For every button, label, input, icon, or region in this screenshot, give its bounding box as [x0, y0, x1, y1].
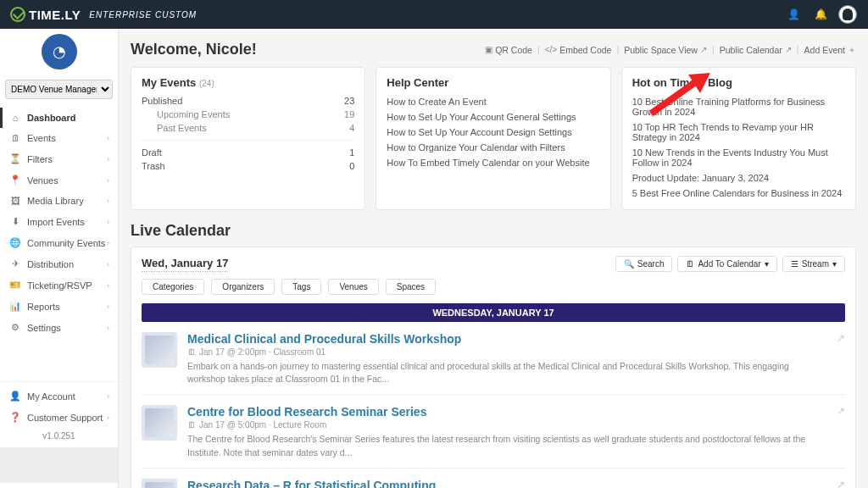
help-center-card: Help Center How to Create An Event How t… — [376, 67, 610, 210]
event-thumbnail — [142, 332, 177, 368]
user-icon: 👤 — [8, 391, 22, 402]
home-icon: ⌂ — [8, 113, 22, 123]
blog-link[interactable]: 10 New Trends in the Events Industry You… — [632, 145, 845, 170]
pin-icon: 📍 — [8, 175, 22, 186]
search-button[interactable]: 🔍Search — [615, 256, 673, 272]
public-calendar-link[interactable]: Public Calendar↗ — [720, 44, 792, 56]
nav-import-events[interactable]: ⬇Import Events› — [0, 211, 118, 232]
header-actions: ▣QR Code | </>Embed Code | Public Space … — [485, 44, 856, 56]
nav-media-library[interactable]: 🖼Media Library› — [0, 191, 118, 211]
event-item[interactable]: Centre for Blood Research Seminar Series… — [142, 395, 845, 468]
nav-label: Community Events — [27, 238, 105, 248]
chevron-right-icon: › — [107, 324, 109, 332]
nav-my-account[interactable]: 👤My Account› — [0, 385, 118, 407]
help-link[interactable]: How to Create An Event — [387, 94, 599, 109]
public-space-view-link[interactable]: Public Space View↗ — [624, 44, 707, 56]
card-title: Hot on Timely Blog — [632, 76, 845, 89]
stream-button[interactable]: ☰Stream ▾ — [782, 256, 845, 272]
calendar-date[interactable]: Wed, January 17 — [142, 257, 228, 272]
stat-row[interactable]: Past Events4 — [142, 121, 354, 135]
stat-row[interactable]: Draft1 — [142, 146, 354, 159]
nav-filters[interactable]: ⏳Filters› — [0, 148, 118, 169]
nav-label: Dashboard — [27, 113, 75, 123]
hot-blog-card: Hot on Timely Blog 10 Best Online Traini… — [621, 67, 856, 210]
event-title[interactable]: Research Data – R for Statistical Comput… — [187, 479, 826, 488]
nav-label: Reports — [27, 302, 60, 312]
blog-link[interactable]: Product Update: January 3, 2024 — [632, 170, 845, 186]
nav-settings[interactable]: ⚙Settings› — [0, 317, 118, 338]
chevron-right-icon: › — [107, 134, 109, 142]
brand-logo[interactable]: TIME.LY ENTERPRISE CUSTOM — [10, 7, 197, 22]
sidebar-scroll-hint — [0, 447, 118, 483]
action-label: Add Event — [804, 45, 845, 55]
chevron-right-icon: › — [107, 260, 109, 269]
help-link[interactable]: How to Organize Your Calendar with Filte… — [387, 140, 599, 155]
avatar[interactable] — [837, 4, 858, 25]
stat-row[interactable]: Trash0 — [142, 159, 354, 173]
filter-spaces[interactable]: Spaces — [386, 279, 436, 295]
event-item[interactable]: Research Data – R for Statistical Comput… — [142, 469, 845, 488]
nav-label: Distribution — [27, 259, 74, 269]
live-calendar-heading: Live Calendar — [131, 222, 856, 240]
blog-link[interactable]: 5 Best Free Online Calendars for Busines… — [632, 186, 845, 201]
nav-community-events[interactable]: 🌐Community Events› — [0, 232, 118, 253]
action-label: QR Code — [495, 45, 532, 55]
page-title: Welcome, Nicole! — [131, 41, 257, 58]
nav-venues[interactable]: 📍Venues› — [0, 169, 118, 191]
chevron-right-icon: › — [107, 413, 109, 422]
share-icon[interactable]: ↗ — [837, 479, 845, 488]
nav-label: Customer Support — [27, 413, 103, 423]
org-selector[interactable]: DEMO Venue Management — [5, 80, 113, 99]
search-icon: 🔍 — [624, 259, 634, 269]
stat-row[interactable]: Published23 — [142, 94, 354, 108]
download-icon: ⬇ — [8, 216, 22, 227]
share-icon[interactable]: ↗ — [837, 405, 845, 458]
stat-row[interactable]: Upcoming Events19 — [142, 108, 354, 121]
send-icon: ✈ — [8, 258, 22, 269]
image-icon: 🖼 — [8, 196, 22, 206]
event-title[interactable]: Medical Clinical and Procedural Skills W… — [187, 332, 826, 346]
event-title[interactable]: Centre for Blood Research Seminar Series — [187, 405, 826, 419]
filter-organizers[interactable]: Organizers — [211, 279, 275, 295]
user-icon[interactable]: 👤 — [783, 4, 804, 25]
nav-distribution[interactable]: ✈Distribution› — [0, 253, 118, 274]
bell-icon[interactable]: 🔔 — [810, 4, 831, 25]
list-icon: ☰ — [791, 259, 798, 269]
brand-name: TIME.LY — [29, 8, 81, 22]
qr-icon: ▣ — [485, 45, 492, 54]
filter-tags[interactable]: Tags — [281, 279, 321, 295]
nav-reports[interactable]: 📊Reports› — [0, 296, 118, 317]
event-thumbnail — [142, 405, 177, 441]
blog-link[interactable]: 10 Best Online Training Platforms for Bu… — [632, 94, 845, 119]
share-icon[interactable]: ↗ — [837, 332, 845, 385]
chevron-right-icon: › — [107, 155, 109, 164]
help-icon: ❓ — [8, 412, 22, 423]
plus-icon: ＋ — [848, 44, 856, 56]
nav-events[interactable]: 🗓Events› — [0, 128, 118, 148]
add-to-calendar-button[interactable]: 🗓Add To Calendar ▾ — [677, 256, 776, 272]
blog-link[interactable]: 10 Top HR Tech Trends to Revamp your HR … — [632, 119, 845, 145]
sidebar: ◔ DEMO Venue Management ⌂Dashboard 🗓Even… — [0, 29, 119, 488]
nav-customer-support[interactable]: ❓Customer Support› — [0, 407, 118, 428]
card-title: Help Center — [387, 76, 599, 89]
embed-code-link[interactable]: </>Embed Code — [545, 44, 612, 56]
calendar-icon: 🗓 — [187, 347, 196, 357]
nav-ticketing[interactable]: 🎫Ticketing/RSVP› — [0, 274, 118, 296]
chevron-right-icon: › — [107, 176, 109, 185]
event-thumbnail — [142, 479, 177, 488]
chevron-right-icon: › — [107, 197, 109, 205]
chevron-down-icon: ▾ — [832, 259, 837, 269]
ticket-icon: 🎫 — [8, 280, 22, 291]
event-item[interactable]: Medical Clinical and Procedural Skills W… — [142, 322, 845, 395]
filter-venues[interactable]: Venues — [328, 279, 378, 295]
filter-categories[interactable]: Categories — [142, 279, 204, 295]
event-meta: Jan 17 @ 5:00pm · Lecture Room — [199, 420, 326, 430]
help-link[interactable]: How To Embed Timely Calendar on your Web… — [387, 155, 599, 170]
qr-code-link[interactable]: ▣QR Code — [485, 44, 532, 56]
help-link[interactable]: How to Set Up Your Account General Setti… — [387, 109, 599, 125]
nav-dashboard[interactable]: ⌂Dashboard — [0, 108, 118, 128]
help-link[interactable]: How to Set Up Your Account Design Settin… — [387, 125, 599, 140]
calendar-icon: 🗓 — [187, 420, 196, 430]
action-label: Public Calendar — [720, 45, 782, 55]
add-event-link[interactable]: Add Event＋ — [804, 44, 856, 56]
